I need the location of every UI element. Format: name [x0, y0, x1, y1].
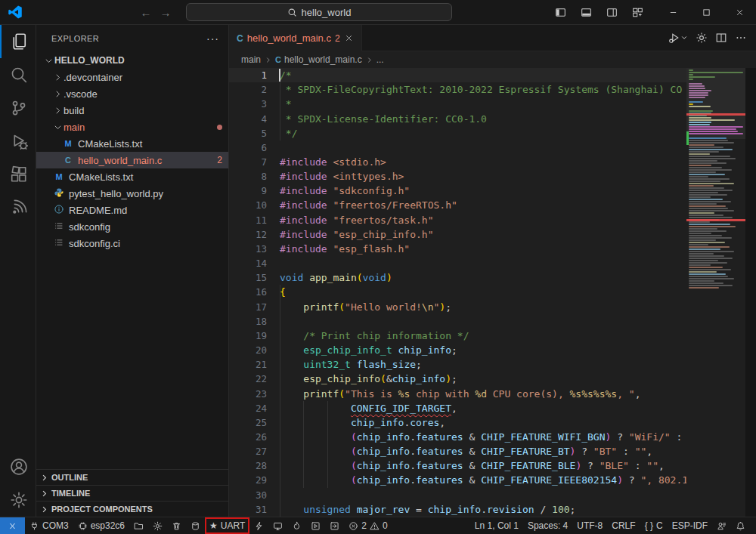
code-line-15[interactable]: 15void app_main(void) [229, 270, 756, 285]
code-line-16[interactable]: 16{ [229, 285, 756, 299]
breadcrumb-file[interactable]: hello_world_main.c [284, 54, 362, 65]
status-indentation[interactable]: Spaces: 4 [523, 517, 572, 534]
status-eol[interactable]: CRLF [607, 517, 640, 534]
code-line-30[interactable]: 30 [229, 488, 756, 502]
split-editor-button[interactable] [715, 32, 727, 44]
tree-item-hello-world-main-c[interactable]: Chello_world_main.c2 [36, 152, 228, 168]
status-notifications[interactable] [731, 517, 750, 534]
code-line-22[interactable]: 22 esp_chip_info(&chip_info); [229, 372, 756, 386]
tree-item-main[interactable]: main [36, 119, 228, 135]
code-line-24[interactable]: 24 CONFIG_IDF_TARGET, [229, 401, 756, 415]
menu-button[interactable] [27, 2, 50, 22]
tree-item-cmakelists-txt[interactable]: MCMakeLists.txt [36, 135, 228, 152]
editor-settings-button[interactable] [696, 32, 708, 44]
code-line-13[interactable]: 13#include "esp_flash.h" [229, 242, 756, 256]
breadcrumb[interactable]: main C hello_world_main.c ... [229, 51, 756, 68]
code-line-27[interactable]: 27 (chip_info.features & CHIP_FEATURE_BT… [229, 444, 756, 458]
go-back-button[interactable]: ← [136, 2, 156, 22]
code-line-29[interactable]: 29 (chip_info.features & CHIP_FEATURE_IE… [229, 473, 756, 487]
activity-bar-item-search[interactable] [0, 58, 36, 91]
sidebar-section-timeline[interactable]: TIMELINE [36, 485, 228, 501]
tree-item-hello-world[interactable]: HELLO_WORLD [36, 52, 228, 69]
status-full-clean[interactable] [167, 517, 186, 534]
tree-item-build[interactable]: build [36, 102, 228, 119]
tree-item-sdkconfig[interactable]: sdkconfig [36, 218, 228, 235]
status-remote[interactable] [0, 517, 25, 534]
code-line-25[interactable]: 25 chip_info.cores, [229, 415, 756, 430]
code-line-9[interactable]: 9#include "sdkconfig.h" [229, 184, 756, 198]
code-line-23[interactable]: 23 printf("This is %s chip with %d CPU c… [229, 386, 756, 400]
close-window-button[interactable] [723, 0, 756, 25]
code-line-8[interactable]: 8#include <inttypes.h> [229, 169, 756, 184]
status-build-flash-monitor[interactable] [287, 517, 306, 534]
code-line-3[interactable]: 3 * [229, 97, 756, 111]
status-erase-flash[interactable] [186, 517, 205, 534]
minimize-button[interactable] [656, 0, 689, 25]
code-line-10[interactable]: 10#include "freertos/FreeRTOS.h" [229, 198, 756, 212]
code-line-19[interactable]: 19 /* Print chip information */ [229, 329, 756, 343]
status-serial-port[interactable]: COM3 [25, 517, 73, 534]
go-forward-button[interactable]: → [156, 2, 175, 22]
code-line-5[interactable]: 5 */ [229, 126, 756, 140]
tree-item-cmakelists-txt[interactable]: MCMakeLists.txt [36, 168, 228, 185]
code-line-31[interactable]: 31 unsigned major_rev = chip_info.revisi… [229, 502, 756, 517]
activity-bar-item-run-debug[interactable] [0, 125, 36, 158]
more-actions-button[interactable] [735, 32, 747, 44]
explorer-more-actions-button[interactable]: ··· [206, 32, 219, 45]
status-menuconfig[interactable] [148, 517, 167, 534]
status-flash-device[interactable] [249, 517, 268, 534]
code-line-20[interactable]: 20 esp_chip_info_t chip_info; [229, 343, 756, 357]
maximize-button[interactable] [689, 0, 723, 25]
code-line-17[interactable]: 17 printf("Hello world!\n"); [229, 300, 756, 314]
code-line-21[interactable]: 21 uint32_t flash_size; [229, 357, 756, 372]
status-flash-method[interactable]: ★UART [205, 517, 249, 534]
code-line-26[interactable]: 26 (chip_info.features & CHIP_FEATURE_WI… [229, 430, 756, 444]
command-center-search[interactable]: hello_world [186, 3, 452, 21]
customize-layout-button[interactable] [626, 2, 649, 22]
code-line-12[interactable]: 12#include "esp_chip_info.h" [229, 227, 756, 242]
status-idf-terminal[interactable] [306, 517, 325, 534]
status-cursor-position[interactable]: Ln 1, Col 1 [470, 517, 523, 534]
code-line-2[interactable]: 2 * SPDX-FileCopyrightText: 2010-2022 Es… [229, 82, 756, 97]
activity-bar-item-extensions[interactable] [0, 158, 36, 191]
status-language-mode[interactable]: { }C [640, 517, 668, 534]
status-encoding[interactable]: UTF-8 [572, 517, 607, 534]
code-line-6[interactable]: 6 [229, 140, 756, 155]
tab-hello-world-main-c[interactable]: C hello_world_main.c 2 [229, 25, 362, 51]
code-line-18[interactable]: 18 [229, 314, 756, 329]
status-device-target[interactable]: esp32c6 [73, 517, 129, 534]
activity-bar-item-explorer[interactable] [0, 25, 36, 58]
editor-scrollbar[interactable] [745, 68, 756, 517]
status-esp-idf-extension[interactable]: ESP-IDF [668, 517, 712, 534]
status-problems[interactable]: 20 [344, 517, 392, 534]
run-file-button[interactable] [668, 32, 688, 44]
tree-item--devcontainer[interactable]: .devcontainer [36, 69, 228, 85]
code-line-4[interactable]: 4 * SPDX-License-Identifier: CC0-1.0 [229, 111, 756, 125]
tree-item-readme-md[interactable]: README.md [36, 202, 228, 218]
code-line-7[interactable]: 7#include <stdio.h> [229, 155, 756, 169]
activity-bar-item-source-control[interactable] [0, 91, 36, 125]
toggle-secondary-sidebar-button[interactable] [600, 2, 623, 22]
minimap[interactable] [686, 68, 745, 517]
code-line-14[interactable]: 14 [229, 256, 756, 270]
breadcrumb-folder[interactable]: main [241, 54, 261, 65]
tree-item-pytest-hello-world-py[interactable]: pytest_hello_world.py [36, 185, 228, 202]
sidebar-section-outline[interactable]: OUTLINE [36, 469, 228, 485]
status-project-folder[interactable] [129, 517, 148, 534]
close-tab-icon[interactable] [344, 33, 354, 43]
sidebar-section-project-components[interactable]: PROJECT COMPONENTS [36, 501, 228, 517]
toggle-panel-button[interactable] [575, 2, 597, 22]
tree-item--vscode[interactable]: .vscode [36, 85, 228, 102]
breadcrumb-symbol[interactable]: ... [376, 54, 384, 65]
activity-bar-item-account[interactable] [0, 450, 36, 483]
status-monitor-device[interactable] [268, 517, 287, 534]
activity-bar-item-espressif[interactable] [0, 191, 36, 224]
code-line-1[interactable]: 1/* [229, 68, 756, 82]
tree-item-sdkconfig-ci[interactable]: sdkconfig.ci [36, 235, 228, 252]
toggle-primary-sidebar-button[interactable] [549, 2, 572, 22]
code-editor[interactable]: 1/*2 * SPDX-FileCopyrightText: 2010-2022… [229, 68, 756, 517]
activity-bar-item-settings[interactable] [0, 483, 36, 517]
status-feedback[interactable] [712, 517, 731, 534]
code-line-28[interactable]: 28 (chip_info.features & CHIP_FEATURE_BL… [229, 458, 756, 473]
code-line-11[interactable]: 11#include "freertos/task.h" [229, 213, 756, 227]
